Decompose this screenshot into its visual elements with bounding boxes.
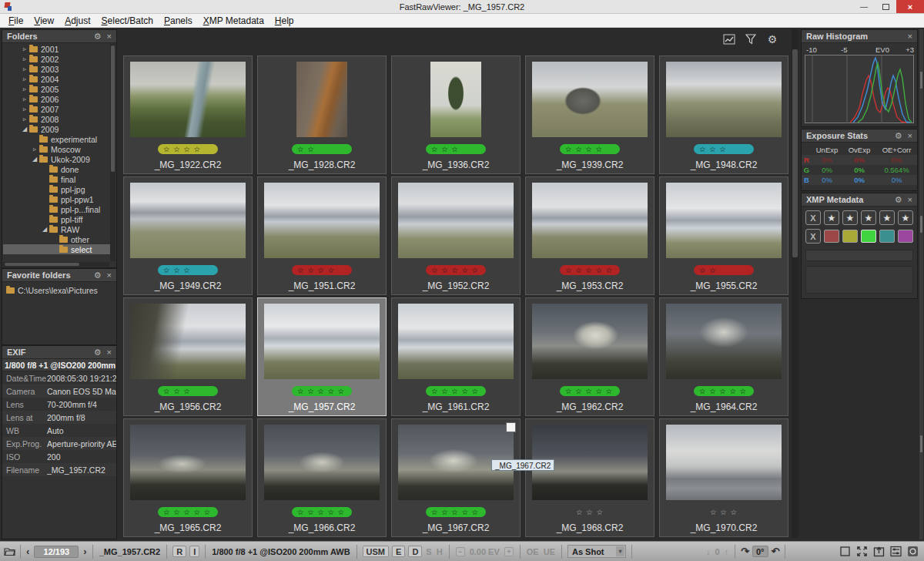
expand-arrow-icon[interactable]: ◢ — [21, 126, 28, 133]
close-icon[interactable]: × — [107, 271, 112, 280]
folder-tree-item[interactable]: final — [3, 174, 110, 184]
close-icon[interactable]: × — [908, 132, 912, 140]
favorite-folder-item[interactable]: C:\Users\lexa\Pictures — [2, 284, 116, 297]
folder-tree-item[interactable]: ◢2009 — [3, 124, 110, 134]
export-icon[interactable] — [872, 546, 885, 558]
info-badge[interactable]: I — [189, 546, 199, 557]
folder-tree-item[interactable]: ▹2007 — [3, 104, 110, 114]
gear-icon[interactable]: ⚙ — [94, 271, 102, 280]
thumbnail-cell[interactable]: ☆ ☆ ☆_MG_1968.CR2 — [525, 418, 654, 537]
rating-label[interactable]: ☆ ☆ — [694, 265, 754, 275]
checkbox-icon[interactable] — [839, 546, 851, 558]
rating-label[interactable]: ☆ ☆ ☆ ☆ ☆ — [426, 265, 486, 275]
expand-arrow-icon[interactable]: ▹ — [21, 106, 28, 113]
rating-label[interactable]: ☆ ☆ ☆ — [694, 144, 754, 154]
photo-thumbnail[interactable] — [264, 304, 380, 379]
ue-toggle[interactable]: UE — [544, 547, 555, 556]
photo-thumbnail[interactable] — [666, 304, 782, 379]
usm-toggle[interactable]: USM — [363, 546, 389, 557]
menu-panels[interactable]: Panels — [159, 15, 198, 26]
folder-tree-item[interactable]: experimental — [3, 134, 110, 144]
folder-tree-item[interactable]: ▹2008 — [3, 114, 110, 124]
thumbnail-cell[interactable]: ☆ ☆ ☆ ☆_MG_1951.CR2 — [257, 176, 387, 295]
clear-color-button[interactable]: X — [805, 229, 821, 244]
folder-tree-item[interactable]: done — [3, 164, 110, 174]
photo-thumbnail[interactable] — [296, 62, 347, 137]
thumbnail-cell[interactable]: ☆ ☆ ☆ ☆ ☆_MG_1962.CR2 — [525, 297, 654, 416]
splitter-grip[interactable] — [920, 435, 922, 452]
rating-label[interactable]: ☆ ☆ ☆ ☆ — [560, 144, 620, 154]
photo-thumbnail[interactable] — [130, 62, 246, 137]
expand-arrow-icon[interactable]: ▹ — [31, 146, 38, 153]
expand-arrow-icon[interactable]: ▹ — [21, 66, 28, 72]
folder-tree-item[interactable]: ▹2006 — [3, 94, 110, 104]
thumbnail-cell[interactable]: ☆ ☆ ☆_MG_1970.CR2 — [659, 418, 788, 537]
close-icon[interactable]: × — [107, 348, 112, 357]
menu-xmp-metadata[interactable]: XMP Metadata — [198, 15, 270, 26]
rating-label[interactable]: ☆ ☆ ☆ ☆ ☆ — [560, 265, 620, 275]
photo-thumbnail[interactable] — [666, 183, 782, 258]
photo-thumbnail[interactable] — [430, 62, 481, 137]
thumbnail-cell[interactable]: ☆ ☆ ☆_MG_1956.CR2 — [123, 297, 253, 416]
splitter-grip[interactable] — [920, 216, 922, 233]
rating-label[interactable]: ☆ ☆ ☆ — [426, 144, 486, 154]
expand-arrow-icon[interactable]: ◢ — [31, 156, 38, 163]
folder-tree-item[interactable]: ppl-p...final — [3, 204, 110, 214]
splitter-grip[interactable] — [920, 72, 922, 89]
grid-vertical-scrollbar[interactable] — [792, 29, 798, 538]
rating-label[interactable]: ☆ ☆ ☆ ☆ ☆ — [158, 507, 218, 517]
expand-arrow-icon[interactable]: ▹ — [21, 86, 28, 92]
scrollbar-thumb[interactable] — [111, 45, 115, 172]
filter-icon[interactable] — [744, 33, 758, 45]
gear-icon[interactable]: ⚙ — [765, 33, 779, 45]
photo-thumbnail[interactable] — [398, 183, 514, 258]
folder-tree-item[interactable]: ▹2001 — [3, 44, 110, 54]
raw-mode-badge[interactable]: R — [172, 546, 186, 557]
thumbnail-cell[interactable]: ☆ ☆ ☆ ☆ ☆_MG_1961.CR2 — [391, 297, 521, 416]
close-icon[interactable]: × — [908, 196, 912, 204]
minimize-button[interactable]: — — [853, 0, 875, 13]
adjustments-icon[interactable] — [889, 546, 902, 558]
clear-rating-button[interactable]: X — [805, 210, 821, 225]
thumbnail-cell[interactable]: ☆ ☆ ☆_MG_1936.CR2 — [391, 55, 521, 174]
next-file-button[interactable]: › — [83, 546, 86, 557]
rating-label[interactable]: ☆ ☆ ☆ ☆ ☆ — [292, 507, 352, 517]
photo-thumbnail[interactable] — [532, 183, 648, 258]
histogram-icon[interactable] — [722, 33, 736, 45]
folder-tree-item[interactable]: other — [3, 234, 110, 244]
folder-tree-item[interactable]: ▹2002 — [3, 54, 110, 64]
thumbnail-cell[interactable]: ☆ ☆ ☆ ☆_MG_1939.CR2 — [525, 55, 654, 174]
open-folder-icon[interactable] — [4, 546, 16, 558]
thumbnail-cell-selected[interactable]: ☆ ☆ ☆ ☆ ☆_MG_1957.CR2 — [257, 297, 387, 416]
thumbnail-cell[interactable]: ☆ ☆_MG_1955.CR2 — [659, 176, 788, 295]
rating-label[interactable]: ☆ ☆ ☆ ☆ ☆ — [426, 507, 486, 517]
ev-plus-button[interactable]: + — [504, 547, 514, 556]
menu-view[interactable]: View — [28, 15, 59, 26]
selection-checkbox[interactable] — [506, 422, 516, 432]
star-rating-button[interactable]: ★ — [842, 210, 858, 225]
folders-horizontal-scrollbar[interactable] — [3, 262, 109, 267]
folder-tree-item-selected[interactable]: select — [3, 244, 110, 254]
rating-label[interactable]: ☆ ☆ ☆ ☆ ☆ — [694, 386, 754, 396]
folder-tree-item[interactable]: ppl-ppw1 — [3, 194, 110, 204]
folders-vertical-scrollbar[interactable] — [110, 44, 116, 261]
close-button[interactable]: × — [896, 0, 924, 13]
photo-thumbnail[interactable] — [666, 62, 782, 137]
photo-thumbnail[interactable] — [130, 425, 246, 500]
scrollbar-thumb[interactable] — [5, 263, 79, 266]
color-label-red-swatch[interactable] — [824, 230, 839, 243]
rating-label[interactable]: ☆ ☆ — [292, 144, 352, 154]
photo-thumbnail[interactable] — [398, 304, 514, 379]
exposure-toggle[interactable]: E — [392, 546, 405, 557]
thumbnail-cell[interactable]: ☆ ☆ ☆_MG_1948.CR2 — [659, 55, 788, 174]
menu-adjust[interactable]: Adjust — [59, 15, 95, 26]
photo-thumbnail[interactable] — [264, 425, 380, 500]
thumbnail-cell[interactable]: _MG_1967.CR2☆ ☆ ☆ ☆ ☆_MG_1967.CR2 — [391, 418, 521, 537]
menu-file[interactable]: File — [3, 15, 28, 26]
thumbnail-cell[interactable]: ☆ ☆ ☆ ☆ ☆_MG_1953.CR2 — [525, 176, 654, 295]
menu-select-batch[interactable]: Select/Batch — [96, 15, 159, 26]
folder-tree-item[interactable]: ▹2003 — [3, 64, 110, 74]
close-icon[interactable]: × — [908, 32, 912, 41]
thumbnail-cell[interactable]: ☆ ☆_MG_1928.CR2 — [257, 55, 387, 174]
expand-arrow-icon[interactable]: ▹ — [21, 76, 28, 82]
